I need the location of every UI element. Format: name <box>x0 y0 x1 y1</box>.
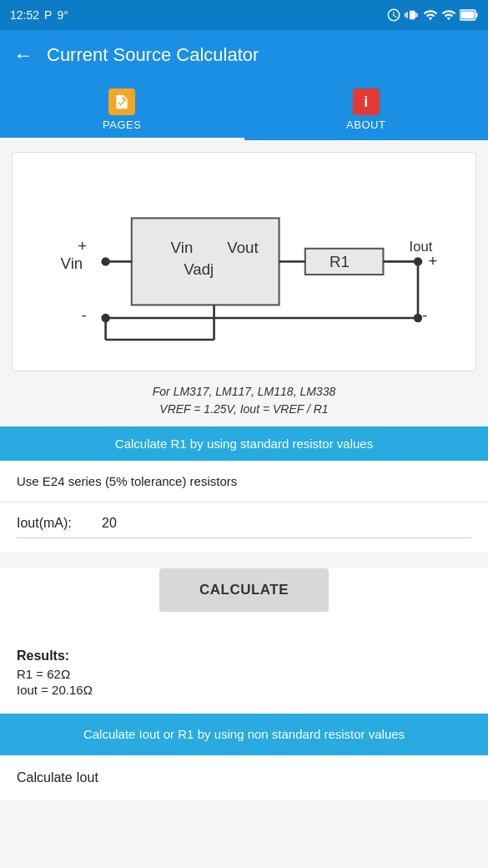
tab-pages-label: PAGES <box>103 119 141 131</box>
svg-text:Vin: Vin <box>170 239 193 256</box>
iout-input-row: Iout(mA): <box>17 516 471 538</box>
vibrate-icon <box>405 8 420 23</box>
calculate-button[interactable]: CALCULATE <box>159 568 329 612</box>
results-title: Results: <box>17 648 471 664</box>
svg-text:-: - <box>81 306 86 324</box>
tab-bar: PAGES i ABOUT <box>0 80 488 140</box>
pages-icon <box>108 88 135 115</box>
back-button[interactable]: ← <box>13 43 33 67</box>
signal-icon <box>441 8 456 23</box>
wifi-icon <box>423 8 438 23</box>
result-iout: Iout = 20.16Ω <box>17 683 471 697</box>
iout-input[interactable] <box>102 516 471 531</box>
svg-text:+: + <box>78 237 87 255</box>
status-p-icon: P <box>44 8 52 22</box>
svg-text:Vin: Vin <box>60 255 83 272</box>
status-time: 12:52 <box>10 8 39 22</box>
about-icon: i <box>353 88 380 115</box>
tab-about-label: ABOUT <box>346 119 385 131</box>
svg-text:+: + <box>428 252 437 270</box>
app-bar: ← Current Source Calculator <box>0 30 488 80</box>
alarm-icon <box>386 8 401 23</box>
results-area: Results: R1 = 62Ω Iout = 20.16Ω <box>0 637 488 714</box>
iout-form: Iout(mA): <box>0 502 488 552</box>
tolerance-row: Use E24 series (5% tolerance) resistors <box>0 461 488 502</box>
iout-label: Iout(mA): <box>17 516 92 531</box>
circuit-svg: Vin Vout Vadj R1 Vin + Iout + - - <box>28 166 461 357</box>
circuit-diagram: Vin Vout Vadj R1 Vin + Iout + - - <box>12 152 476 371</box>
formula-text: For LM317, LM117, LM118, LM338 VREF = 1.… <box>12 383 476 418</box>
status-bar: 12:52 P 9° <box>0 0 488 30</box>
tab-about[interactable]: i ABOUT <box>244 80 489 138</box>
calc-iout-row[interactable]: Calculate Iout <box>0 755 488 800</box>
status-temp: 9° <box>57 8 68 22</box>
svg-rect-1 <box>475 13 478 18</box>
svg-rect-2 <box>461 12 475 19</box>
svg-text:R1: R1 <box>329 253 349 270</box>
result-r1: R1 = 62Ω <box>17 667 471 681</box>
main-content: Vin Vout Vadj R1 Vin + Iout + - - <box>0 152 488 800</box>
app-title: Current Source Calculator <box>47 44 259 66</box>
battery-icon <box>460 9 478 21</box>
section2-header[interactable]: Calculate Iout or R1 by using non standa… <box>0 714 488 756</box>
tab-pages[interactable]: PAGES <box>0 80 244 138</box>
section1-header[interactable]: Calculate R1 by using standard resistor … <box>0 426 488 461</box>
svg-text:Vout: Vout <box>227 239 259 256</box>
status-icons <box>386 8 478 23</box>
svg-text:Vadj: Vadj <box>184 260 214 278</box>
calculate-button-container: CALCULATE <box>0 568 488 637</box>
svg-text:-: - <box>422 306 427 324</box>
